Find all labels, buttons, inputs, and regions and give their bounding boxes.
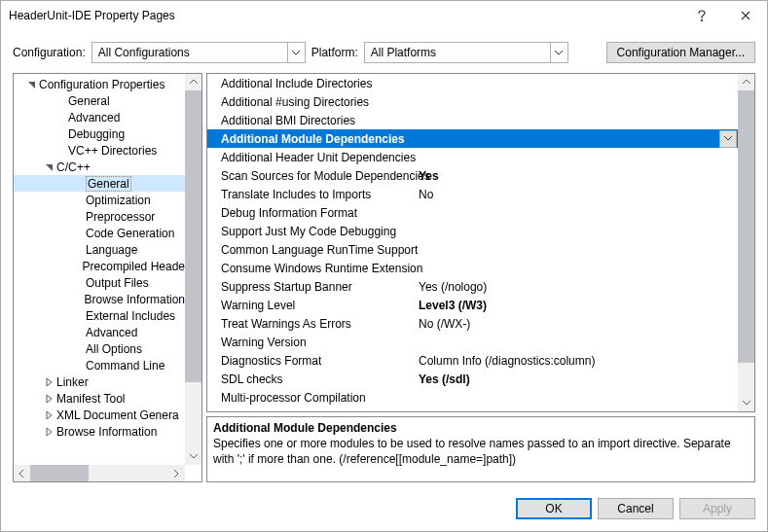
scroll-track[interactable] <box>89 465 168 481</box>
property-row[interactable]: Translate Includes to ImportsNo <box>207 185 738 203</box>
property-row[interactable]: Suppress Startup BannerYes (/nologo) <box>207 277 738 296</box>
tree-item[interactable]: Linker <box>14 373 185 390</box>
scroll-right-icon[interactable] <box>168 465 185 481</box>
property-row[interactable]: Treat Warnings As ErrorsNo (/WX-) <box>207 314 738 333</box>
property-name: Additional Header Unit Dependencies <box>207 151 417 164</box>
tree-item[interactable]: General <box>14 175 185 192</box>
tree-arrow-icon[interactable] <box>72 343 84 355</box>
property-row[interactable]: Scan Sources for Module DependenciesYes <box>207 166 738 185</box>
scroll-down-icon[interactable] <box>185 448 201 465</box>
tree-item[interactable]: General <box>14 92 185 109</box>
property-value: Level3 (/W3) <box>417 299 738 312</box>
tree-item-label: C/C++ <box>56 160 91 174</box>
tree-arrow-icon[interactable] <box>72 178 84 190</box>
tree-arrow-icon[interactable] <box>72 211 84 223</box>
scroll-track[interactable] <box>738 363 754 395</box>
tree-item[interactable]: Preprocessor <box>14 208 185 225</box>
tree-item[interactable]: Manifest Tool <box>14 390 185 407</box>
property-row[interactable]: Consume Windows Runtime Extension <box>207 259 738 277</box>
tree-item[interactable]: Debugging <box>14 125 185 142</box>
ok-button[interactable]: OK <box>516 498 592 519</box>
scroll-thumb[interactable] <box>185 90 201 382</box>
property-row[interactable]: Additional BMI Directories <box>207 111 738 129</box>
configuration-combo[interactable]: All Configurations <box>91 42 306 63</box>
property-row[interactable]: Additional Include Directories <box>207 74 738 92</box>
property-grid[interactable]: Additional Include DirectoriesAdditional… <box>206 73 755 412</box>
scroll-thumb[interactable] <box>738 90 754 363</box>
tree-arrow-icon[interactable] <box>43 393 55 405</box>
tree-arrow-icon[interactable] <box>72 294 83 305</box>
scroll-up-icon[interactable] <box>185 74 201 90</box>
scroll-track[interactable] <box>185 382 201 448</box>
tree-arrow-icon[interactable] <box>72 277 84 289</box>
tree-scrollbar-vertical[interactable] <box>185 74 201 465</box>
tree-item[interactable]: Browse Information <box>14 291 185 307</box>
tree-item[interactable]: XML Document Genera <box>14 407 185 423</box>
tree-view[interactable]: Configuration PropertiesGeneralAdvancedD… <box>13 73 202 482</box>
tree-item-label: Advanced <box>68 111 120 124</box>
chevron-down-icon[interactable] <box>287 43 305 62</box>
property-row[interactable]: Enable Address SanitizerNo <box>207 407 738 411</box>
tree-arrow-icon[interactable] <box>55 145 66 157</box>
tree-item[interactable]: Browse Information <box>14 423 185 440</box>
tree-item[interactable]: Optimization <box>14 192 185 208</box>
property-row[interactable]: Diagnostics FormatColumn Info (/diagnost… <box>207 351 738 370</box>
tree-item[interactable]: Code Generation <box>14 225 185 241</box>
tree-arrow-icon[interactable] <box>43 426 55 438</box>
property-row[interactable]: Multi-processor Compilation <box>207 388 738 407</box>
close-button[interactable] <box>723 1 767 30</box>
property-name: Additional BMI Directories <box>207 114 417 127</box>
tree-scrollbar-horizontal[interactable] <box>14 465 185 481</box>
apply-button[interactable]: Apply <box>679 498 755 519</box>
tree-item-label: General <box>68 94 110 108</box>
tree-arrow-icon[interactable] <box>72 327 84 338</box>
property-row[interactable]: Additional Module Dependencies <box>207 129 738 148</box>
dropdown-icon[interactable] <box>719 130 737 148</box>
tree-item[interactable]: Language <box>14 241 185 258</box>
help-button[interactable] <box>679 1 723 30</box>
scroll-up-icon[interactable] <box>738 74 754 90</box>
platform-combo[interactable]: All Platforms <box>364 42 568 63</box>
scroll-thumb[interactable] <box>30 465 89 481</box>
tree-item[interactable]: Command Line <box>14 357 185 373</box>
property-row[interactable]: Support Just My Code Debugging <box>207 222 738 240</box>
tree-item[interactable]: C/C++ <box>14 159 185 175</box>
tree-arrow-icon[interactable] <box>43 376 55 388</box>
tree-arrow-icon[interactable] <box>55 95 66 107</box>
tree-arrow-icon[interactable] <box>55 128 66 140</box>
property-row[interactable]: Warning LevelLevel3 (/W3) <box>207 296 738 314</box>
property-row[interactable]: Additional Header Unit Dependencies <box>207 148 738 166</box>
tree-arrow-icon[interactable] <box>25 79 37 90</box>
tree-item[interactable]: Precompiled Heade <box>14 258 185 274</box>
property-row[interactable]: Common Language RunTime Support <box>207 240 738 259</box>
configuration-manager-button[interactable]: Configuration Manager... <box>606 42 755 63</box>
tree-arrow-icon[interactable] <box>72 244 84 256</box>
tree-arrow-icon[interactable] <box>43 161 55 173</box>
main-area: Configuration PropertiesGeneralAdvancedD… <box>1 73 767 490</box>
tree-item[interactable]: Configuration Properties <box>14 76 185 92</box>
property-row[interactable]: Debug Information Format <box>207 203 738 222</box>
property-row[interactable]: SDL checksYes (/sdl) <box>207 370 738 388</box>
property-row[interactable]: Warning Version <box>207 333 738 351</box>
property-name: Support Just My Code Debugging <box>207 225 417 238</box>
tree-arrow-icon[interactable] <box>72 310 84 322</box>
tree-arrow-icon[interactable] <box>72 228 84 239</box>
tree-item[interactable]: Output Files <box>14 274 185 291</box>
tree-item[interactable]: All Options <box>14 340 185 357</box>
tree-arrow-icon[interactable] <box>72 195 84 206</box>
chevron-down-icon[interactable] <box>550 43 567 62</box>
tree-arrow-icon[interactable] <box>72 360 84 372</box>
tree-arrow-icon[interactable] <box>43 409 55 421</box>
tree-arrow-icon[interactable] <box>72 261 81 272</box>
tree-arrow-icon[interactable] <box>55 112 66 124</box>
scroll-left-icon[interactable] <box>14 465 30 481</box>
grid-scrollbar-vertical[interactable] <box>738 74 754 411</box>
cancel-button[interactable]: Cancel <box>598 498 674 519</box>
scroll-down-icon[interactable] <box>738 395 754 411</box>
tree-item[interactable]: VC++ Directories <box>14 142 185 159</box>
tree-item[interactable]: External Includes <box>14 307 185 324</box>
property-row[interactable]: Additional #using Directories <box>207 92 738 111</box>
tree-item[interactable]: Advanced <box>14 109 185 125</box>
tree-item[interactable]: Advanced <box>14 324 185 340</box>
property-value: No <box>417 188 738 201</box>
